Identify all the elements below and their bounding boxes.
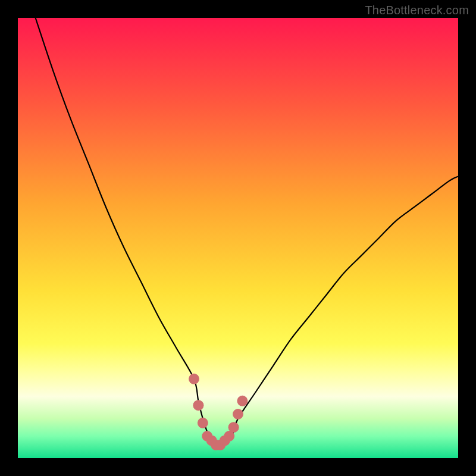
- watermark-text: TheBottleneck.com: [365, 4, 469, 17]
- marker-dot: [233, 409, 243, 419]
- marker-dot: [193, 400, 203, 411]
- bottleneck-chart: [18, 18, 458, 458]
- chart-frame: TheBottleneck.com: [0, 0, 476, 476]
- marker-dot: [237, 396, 248, 406]
- marker-dot: [198, 418, 208, 428]
- plot-area: [18, 18, 458, 458]
- gradient-background: [18, 18, 458, 458]
- marker-dot: [189, 374, 199, 384]
- marker-dot: [228, 422, 239, 433]
